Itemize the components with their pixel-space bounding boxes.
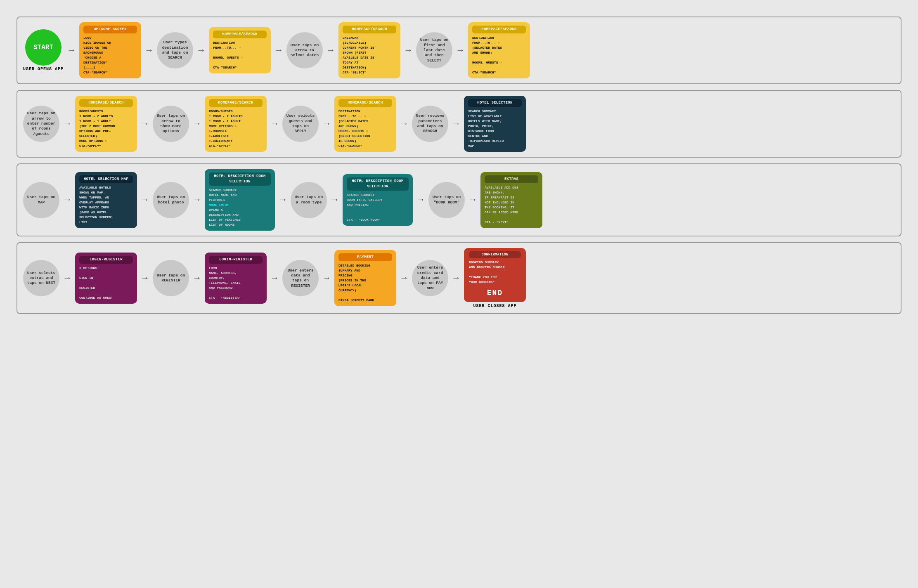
screen-box-title: LOGIN-REGISTER <box>79 256 133 264</box>
screen-box-body: SEARCH SUMMARYLIST OF AVAILABLEHOTELS WI… <box>468 109 522 149</box>
flow-row-1: STARTUSER OPENS APPWELCOME SCREENLOGONIC… <box>17 17 901 84</box>
end-node: CONFIRMATIONBOOKING SUMMARYAND BOOKING N… <box>464 248 526 308</box>
connector-arrow <box>452 45 468 56</box>
screen-box: HOTEL DESCRIPTION ROOM SELECTIONSEARCH S… <box>205 169 275 231</box>
flow-row-3: User taps on MAPHOTEL SELECTION MAPAVAIL… <box>17 163 901 236</box>
connector-arrow <box>64 45 79 56</box>
connector-arrow <box>267 119 282 129</box>
screen-box: HOTEL SELECTIONSEARCH SUMMARYLIST OF AVA… <box>464 96 526 152</box>
screen-box: HOMEPAGE/SEARCHROOMS/GUESTS1 ROOM - 2 AD… <box>205 96 267 152</box>
screen-box: WELCOME SCREENLOGONICE IMAGES ORVIDEO ON… <box>79 22 141 78</box>
screen-box-title: HOTEL SELECTION MAP <box>79 175 133 183</box>
screen-box: LOGIN-REGISTER3 OPTIONS:SIGN INREGISTERC… <box>75 253 137 304</box>
screen-box-body: LOGONICE IMAGES ORVIDEO ON THEBACKGROUND… <box>83 35 137 75</box>
screen-box-body: CALENDAR(SCROLLABLE)CURRENT MONTH ISSHOW… <box>343 35 396 75</box>
connector-arrow <box>319 119 334 129</box>
connector-arrow <box>59 273 75 283</box>
flow-row-4: User selects extras and taps on NEXTLOGI… <box>17 242 901 314</box>
connector-arrow <box>59 195 75 205</box>
connector-arrow <box>137 195 153 205</box>
screen-box-title: LOGIN-REGISTER <box>209 256 263 264</box>
screen-box-body: DESTINATIONFROM...TO... >ROOMS, GUESTS >… <box>213 40 267 70</box>
action-circle: User selects extras and taps on NEXT <box>23 260 59 296</box>
screen-box-title: HOMEPAGE/SEARCH <box>213 31 267 38</box>
connector-arrow <box>400 45 416 56</box>
connector-arrow <box>193 45 209 56</box>
action-circle: User taps on arrow to show more options <box>153 106 189 142</box>
screen-box-title: HOMEPAGE/SEARCH <box>338 99 392 107</box>
connector-arrow <box>396 119 412 129</box>
screen-box-title: HOTEL DESCRIPTION ROOM SELECTION <box>209 172 271 186</box>
screen-box-body: SEARCH SUMMARYROOM INFO, GALLERYAND PRIC… <box>347 193 409 222</box>
screen-box-title: HOMEPAGE/SEARCH <box>209 99 263 107</box>
connector-arrow <box>396 273 412 283</box>
screen-box-title: EXTRAS <box>485 175 538 183</box>
screen-box-body: DETAILED BOOKINGSUMMARY ANDPRICING(PRICE… <box>338 263 392 303</box>
screen-box: HOMEPAGE/SEARCHDESTINATIONFROM...TO... >… <box>334 96 396 152</box>
end-sublabel: USER CLOSES APP <box>473 304 516 308</box>
screen-box-body: FORMNAME, ADDRESS,COUNTRY,TELEPHONE, EMA… <box>209 266 263 300</box>
action-circle: User taps on REGISTER <box>153 260 189 296</box>
screen-box: HOTEL DESCRIPTION ROOM SELECTIONSEARCH S… <box>343 174 413 226</box>
screen-box-title: HOMEPAGE/SEARCH <box>472 26 526 33</box>
start-circle: START <box>25 29 62 66</box>
screen-box-body: DESTINATIONFROM...TO... >(SELACTED DATES… <box>472 35 526 75</box>
screen-box: HOMEPAGE/SEARCHCALENDAR(SCROLLABLE)CURRE… <box>338 22 400 78</box>
connector-arrow <box>189 119 205 129</box>
end-box-title: CONFIRMATION <box>469 251 521 258</box>
action-circle: User taps on first and last date and the… <box>416 32 452 68</box>
end-label: END <box>469 287 521 299</box>
action-circle: User enters data and taps on REGISTER <box>282 260 319 296</box>
connector-arrow <box>271 45 286 56</box>
connector-arrow <box>59 119 75 129</box>
action-circle: User taps on arrow to enter number of ro… <box>23 106 59 142</box>
screen-box-title: HOMEPAGE/SEARCH <box>343 26 396 33</box>
screen-box-body: AVAILABLE HOTELSSHOWN ON MAP.WHEN TAPPED… <box>79 185 133 225</box>
action-circle: User taps on MAP <box>23 182 59 218</box>
screen-box-title: HOTEL DESCRIPTION ROOM SELECTION <box>347 177 409 191</box>
action-circle: User taps on a room type <box>291 182 327 218</box>
connector-arrow <box>413 195 428 205</box>
diagram: STARTUSER OPENS APPWELCOME SCREENLOGONIC… <box>8 8 910 328</box>
connector-arrow <box>189 273 205 283</box>
connector-arrow <box>267 273 282 283</box>
screen-box-body: SEARCH SUMMARYHOTEL NAME ANDPICTURESMORE… <box>209 188 271 227</box>
screen-box-title: HOMEPAGE/SEARCH <box>79 99 133 107</box>
connector-arrow <box>141 45 157 56</box>
screen-box: HOTEL SELECTION MAPAVAILABLE HOTELSSHOWN… <box>75 172 137 228</box>
connector-arrow <box>319 273 334 283</box>
connector-arrow <box>323 45 338 56</box>
screen-box: LOGIN-REGISTERFORMNAME, ADDRESS,COUNTRY,… <box>205 253 267 304</box>
screen-box-title: PAYMENT <box>338 253 392 261</box>
screen-box: HOMEPAGE/SEARCHDESTINATIONFROM...TO... >… <box>468 22 530 78</box>
end-box: CONFIRMATIONBOOKING SUMMARYAND BOOKING N… <box>464 248 526 302</box>
action-circle: User enters credit card data and taps on… <box>412 260 448 296</box>
screen-box: HOMEPAGE/SEARCHDESTINATIONFROM...TO... >… <box>209 27 271 73</box>
screen-box-title: WELCOME SCREEN <box>83 26 137 33</box>
connector-arrow <box>327 195 343 205</box>
connector-arrow <box>275 195 291 205</box>
screen-box-body: ROOMS/GUESTS1 ROOM - 2 ADULTS1 ROOM - 1 … <box>79 109 133 149</box>
screen-box-body: DESTINATIONFROM...TO... >(SELACTED DATES… <box>338 109 392 149</box>
screen-box-body: ROOMS/GUESTS1 ROOM - 2 ADULTS1 ROOM - 1 … <box>209 109 263 149</box>
flow-row-2: User taps on arrow to enter number of ro… <box>17 90 901 158</box>
connector-arrow <box>137 119 153 129</box>
action-circle: User taps on "BOOK ROOM" <box>428 182 465 218</box>
action-circle: User selects guests and taps on APPLY <box>282 106 319 142</box>
screen-box: HOMEPAGE/SEARCHROOMS/GUESTS1 ROOM - 2 AD… <box>75 96 137 152</box>
start-label: USER OPENS APP <box>23 67 64 71</box>
action-circle: User reviews parameters and taps on SEAR… <box>412 106 448 142</box>
screen-box-title: HOTEL SELECTION <box>468 99 522 107</box>
action-circle: User taps on hotel photo <box>153 182 189 218</box>
connector-arrow <box>448 273 464 283</box>
action-circle: User taps on arrow to select dates <box>286 32 323 68</box>
connector-arrow <box>465 195 480 205</box>
start-node: STARTUSER OPENS APP <box>23 29 64 71</box>
connector-arrow <box>137 273 153 283</box>
screen-box-body: 3 OPTIONS:SIGN INREGISTERCONTINUE AS GUE… <box>79 266 133 300</box>
screen-box: EXTRASAVAILABLE ADD-ONSARE SHOWN.IF BREA… <box>480 172 542 228</box>
action-circle: User types destination and taps on SEARC… <box>157 32 193 68</box>
screen-box: PAYMENTDETAILED BOOKINGSUMMARY ANDPRICIN… <box>334 250 396 306</box>
screen-box-body: AVAILABLE ADD-ONSARE SHOWN.IF BREAKFAST … <box>485 185 538 225</box>
end-box-body: BOOKING SUMMARYAND BOOKING NUMBER"THANK … <box>469 260 521 285</box>
